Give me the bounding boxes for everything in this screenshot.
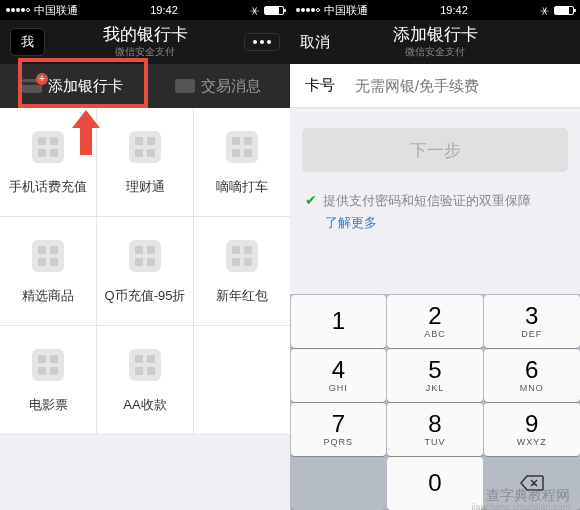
card-icon: +	[22, 79, 42, 93]
tab-bar: + 添加银行卡 交易消息	[0, 64, 290, 108]
key-9[interactable]: 9WXYZ	[484, 403, 580, 456]
app-icon	[226, 240, 258, 272]
screen-my-cards: 中国联通 19:42 ⚹ 我 我的银行卡 微信安全支付 + 添加银行卡 交易消	[0, 0, 290, 510]
key-3[interactable]: 3DEF	[484, 295, 580, 348]
carrier-label: 中国联通	[34, 3, 78, 18]
next-button[interactable]: 下一步	[302, 128, 568, 172]
grid-item-empty	[194, 326, 290, 434]
key-8[interactable]: 8TUV	[387, 403, 483, 456]
services-grid: 手机话费充值 理财通 嘀嘀打车 精选商品 Q币充值-95折 新年红包 电影票 A…	[0, 108, 290, 435]
tab-transactions[interactable]: 交易消息	[145, 64, 290, 108]
key-1[interactable]: 1	[291, 295, 387, 348]
tab-label: 添加银行卡	[48, 77, 123, 96]
back-button[interactable]: 我	[10, 28, 45, 56]
key-2[interactable]: 2ABC	[387, 295, 483, 348]
bluetooth-icon: ⚹	[250, 4, 259, 17]
page-subtitle: 微信安全支付	[290, 45, 580, 59]
tab-label: 交易消息	[201, 77, 261, 96]
numeric-keypad: 1 2ABC 3DEF 4GHI 5JKL 6MNO 7PQRS 8TUV 9W…	[290, 294, 580, 510]
signal-dots	[6, 8, 30, 12]
message-icon	[175, 79, 195, 93]
nav-bar: 取消 添加银行卡 微信安全支付	[290, 20, 580, 64]
battery-icon	[554, 6, 574, 15]
card-number-input[interactable]	[355, 77, 565, 94]
card-number-label: 卡号	[305, 76, 355, 95]
grid-item-licaitong[interactable]: 理财通	[97, 108, 194, 216]
grid-item-qcoin[interactable]: Q币充值-95折	[97, 217, 194, 325]
card-number-row[interactable]: 卡号	[290, 64, 580, 108]
time-label: 19:42	[440, 4, 468, 16]
key-blank	[291, 457, 387, 510]
key-6[interactable]: 6MNO	[484, 349, 580, 402]
app-icon	[129, 240, 161, 272]
grid-item-hongbao[interactable]: 新年红包	[194, 217, 290, 325]
grid-item-phone-recharge[interactable]: 手机话费充值	[0, 108, 97, 216]
page-title: 添加银行卡	[290, 26, 580, 43]
status-bar: 中国联通 19:42 ⚹	[0, 0, 290, 20]
tab-add-card[interactable]: + 添加银行卡	[0, 64, 145, 108]
app-icon	[129, 349, 161, 381]
security-text: 提供支付密码和短信验证的双重保障	[323, 192, 531, 210]
grid-item-movie[interactable]: 电影票	[0, 326, 97, 434]
app-icon	[129, 131, 161, 163]
battery-icon	[264, 6, 284, 15]
key-7[interactable]: 7PQRS	[291, 403, 387, 456]
time-label: 19:42	[150, 4, 178, 16]
key-0[interactable]: 0	[387, 457, 483, 510]
grid-item-didi[interactable]: 嘀嘀打车	[194, 108, 290, 216]
grid-item-aa-pay[interactable]: AA收款	[97, 326, 194, 434]
bluetooth-icon: ⚹	[540, 4, 549, 17]
app-icon	[32, 349, 64, 381]
more-button[interactable]	[244, 33, 280, 51]
watermark-url: jiaocheng.chazidian.com	[471, 502, 570, 510]
plus-badge-icon: +	[36, 73, 48, 85]
learn-more-link[interactable]: 了解更多	[290, 210, 580, 232]
grid-item-featured[interactable]: 精选商品	[0, 217, 97, 325]
app-icon	[226, 131, 258, 163]
carrier-label: 中国联通	[324, 3, 368, 18]
key-5[interactable]: 5JKL	[387, 349, 483, 402]
key-4[interactable]: 4GHI	[291, 349, 387, 402]
cancel-button[interactable]: 取消	[300, 33, 330, 52]
signal-dots	[296, 8, 320, 12]
nav-bar: 我 我的银行卡 微信安全支付	[0, 20, 290, 64]
shield-icon: ✔	[305, 192, 317, 208]
status-bar: 中国联通 19:42 ⚹	[290, 0, 580, 20]
screen-add-card: 中国联通 19:42 ⚹ 取消 添加银行卡 微信安全支付 卡号 下一步 ✔ 提供…	[290, 0, 580, 510]
app-icon	[32, 240, 64, 272]
app-icon	[32, 131, 64, 163]
security-info: ✔ 提供支付密码和短信验证的双重保障	[290, 192, 580, 210]
